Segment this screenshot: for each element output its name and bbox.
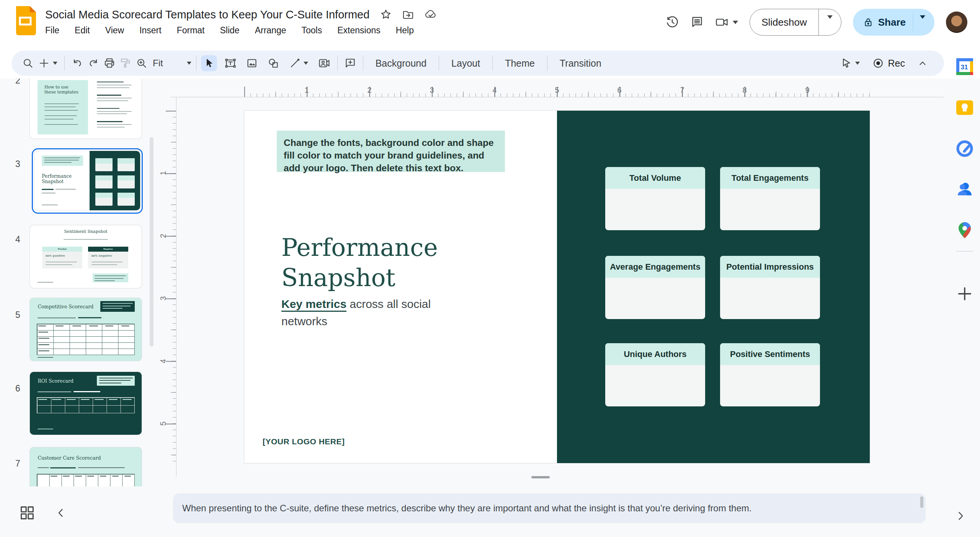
meet-camera-button[interactable] <box>715 16 738 29</box>
metric-card-label: Unique Authors <box>605 343 705 365</box>
slide-thumbnail-4[interactable]: Sentiment Snapshot Positive xx% positive… <box>30 225 142 288</box>
select-tool-button[interactable] <box>201 55 217 71</box>
v-ruler-number: 4 <box>159 359 168 363</box>
menu-help[interactable]: Help <box>396 25 414 36</box>
menu-arrange[interactable]: Arrange <box>255 25 286 36</box>
slide-thumbnail-6[interactable]: ROI Scorecard <box>30 372 142 435</box>
cloud-saved-icon[interactable] <box>425 9 437 20</box>
menu-extensions[interactable]: Extensions <box>337 25 381 36</box>
slide-title[interactable]: Performance Snapshot <box>281 232 438 293</box>
record-button[interactable]: Rec <box>872 57 905 69</box>
document-title[interactable]: Social Media Scorecard Templates to Keep… <box>45 8 369 21</box>
search-menus-button[interactable] <box>20 55 36 71</box>
redo-icon <box>88 57 99 69</box>
subtitle-link[interactable]: Key metrics <box>281 298 346 312</box>
grid-view-icon[interactable] <box>19 505 35 521</box>
slide-thumbnail-7[interactable]: Customer Care Scorecard <box>30 447 142 486</box>
slide-canvas[interactable]: Change the fonts, background color and s… <box>244 111 870 463</box>
slideshow-caret-icon[interactable] <box>827 15 833 25</box>
h-ruler-number: 8 <box>742 86 746 95</box>
share-button[interactable]: Share <box>853 9 934 36</box>
zoom-select[interactable]: Fit <box>153 58 163 69</box>
slide-thumbnail-2[interactable]: How to use these templates <box>30 79 142 139</box>
layout-button[interactable]: Layout <box>444 58 488 69</box>
slide-thumbnail-5[interactable]: Competitive Scorecard <box>30 298 142 361</box>
paint-format-button[interactable] <box>118 55 134 71</box>
h-ruler-number: 3 <box>430 86 434 95</box>
menu-view[interactable]: View <box>105 25 124 36</box>
star-icon[interactable] <box>380 9 392 20</box>
metric-card-unique-authors[interactable]: Unique Authors <box>605 343 705 406</box>
calendar-icon[interactable]: 31 <box>955 57 975 77</box>
slideshow-button[interactable]: Slideshow <box>750 9 841 36</box>
slides-logo-icon[interactable] <box>15 6 36 35</box>
zoom-in-icon <box>136 57 147 69</box>
slide-number: 7 <box>15 458 20 469</box>
svg-text:31: 31 <box>961 64 968 71</box>
slide-number: 2 <box>15 79 20 86</box>
maps-icon[interactable] <box>955 221 974 240</box>
menu-file[interactable]: File <box>45 25 59 36</box>
transition-button[interactable]: Transition <box>552 58 609 69</box>
speaker-notes-text[interactable]: When presenting to the C-suite, define t… <box>182 503 751 514</box>
slide-filmstrip: 2 How to use these templates 3 Performan… <box>0 79 158 486</box>
insert-image-button[interactable] <box>244 55 260 71</box>
add-panel-icon[interactable] <box>957 286 973 302</box>
keep-icon[interactable] <box>955 98 974 117</box>
new-slide-button[interactable] <box>36 55 60 71</box>
contacts-icon[interactable] <box>956 180 974 198</box>
tasks-icon[interactable] <box>956 139 974 158</box>
slide-dark-panel[interactable] <box>557 111 870 463</box>
comment-history-icon[interactable] <box>691 16 704 29</box>
pen-tools-button[interactable] <box>838 55 862 71</box>
insert-line-caret-icon[interactable] <box>304 62 308 65</box>
slide-subtitle[interactable]: Key metrics across all social networks <box>281 295 465 330</box>
speaker-notes[interactable]: When presenting to the C-suite, define t… <box>173 493 926 523</box>
metric-card-total-volume[interactable]: Total Volume <box>605 167 705 230</box>
metric-card-positive-sentiments[interactable]: Positive Sentiments <box>720 343 820 406</box>
logo-placeholder[interactable]: [YOUR LOGO HERE] <box>263 437 345 446</box>
pen-tools-caret-icon[interactable] <box>855 62 860 65</box>
move-folder-icon[interactable] <box>402 9 414 20</box>
version-history-icon[interactable] <box>665 15 679 29</box>
h-ruler-number: 5 <box>555 86 559 95</box>
menu-tools[interactable]: Tools <box>302 25 322 36</box>
slide-thumbnail-3[interactable]: Performance Snapshot <box>34 151 140 210</box>
meet-camera-caret-icon[interactable] <box>733 21 738 24</box>
collapse-toolbar-button[interactable] <box>915 56 930 71</box>
chevron-left-icon[interactable] <box>54 506 67 519</box>
background-button[interactable]: Background <box>368 58 434 69</box>
add-comment-button[interactable] <box>342 55 358 71</box>
notes-resize-handle[interactable] <box>531 476 550 478</box>
insert-line-button[interactable] <box>287 55 310 71</box>
zoom-button[interactable] <box>134 55 150 71</box>
insert-shape-button[interactable] <box>265 55 281 71</box>
metric-card-total-engagements[interactable]: Total Engagements <box>720 167 820 230</box>
theme-button[interactable]: Theme <box>497 58 542 69</box>
thumb4-negative-value: xx% negative <box>91 254 112 257</box>
h-ruler-number: 7 <box>680 86 684 95</box>
redo-button[interactable] <box>85 55 101 71</box>
menu-insert[interactable]: Insert <box>139 25 162 36</box>
meet-camera-icon <box>715 16 729 29</box>
new-slide-caret-icon[interactable] <box>53 62 57 65</box>
speaker-spotlight-button[interactable] <box>316 55 333 71</box>
text-box-button[interactable] <box>222 55 238 71</box>
menu-edit[interactable]: Edit <box>75 25 90 36</box>
share-caret-icon[interactable] <box>920 15 925 25</box>
menu-format[interactable]: Format <box>177 25 205 36</box>
insert-line-icon <box>289 57 301 69</box>
undo-button[interactable] <box>69 55 85 71</box>
speaker-notes-scrollbar[interactable] <box>920 496 923 508</box>
metric-card-potential-impressions[interactable]: Potential Impressions <box>720 256 820 319</box>
menu-slide[interactable]: Slide <box>220 25 240 36</box>
print-button[interactable] <box>101 55 118 71</box>
menu-bar: File Edit View Insert Format Slide Arran… <box>45 25 414 36</box>
filmstrip-scrollbar[interactable] <box>150 137 154 347</box>
slide-instruction-note[interactable]: Change the fonts, background color and s… <box>277 131 505 172</box>
zoom-caret-icon[interactable] <box>187 62 191 65</box>
paint-format-icon <box>120 57 131 69</box>
undo-icon <box>72 57 83 69</box>
side-panel-divider <box>956 251 973 252</box>
metric-card-average-engagements[interactable]: Average Engagements <box>605 256 705 319</box>
